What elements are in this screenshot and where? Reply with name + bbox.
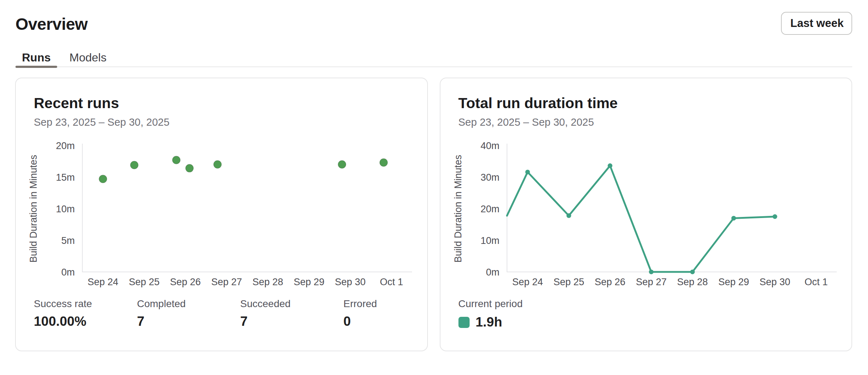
x-tick-label: Sep 27 (211, 277, 242, 287)
y-tick-label: 20m (480, 204, 499, 214)
x-tick-label: Sep 30 (759, 277, 790, 287)
tab-models-label: Models (69, 51, 106, 64)
tabs: Runs Models (15, 49, 852, 67)
line-data-point[interactable] (608, 163, 612, 168)
page-title: Overview (15, 14, 88, 34)
legend-value: 1.9h (476, 315, 502, 330)
total-run-duration-card: Total run duration time Sep 23, 2025 – S… (440, 78, 853, 351)
total-run-duration-date-range: Sep 23, 2025 – Sep 30, 2025 (458, 116, 594, 128)
y-tick-label: 10m (480, 235, 499, 246)
total-run-duration-title: Total run duration time (458, 95, 618, 112)
stat-label: Success rate (34, 298, 137, 310)
recent-runs-card: Recent runs Sep 23, 2025 – Sep 30, 2025 … (15, 78, 428, 351)
x-tick-label: Sep 28 (252, 277, 283, 287)
line-data-point[interactable] (731, 216, 736, 221)
y-tick-label: 10m (56, 204, 75, 214)
stat-value: 7 (240, 314, 343, 329)
run-data-point[interactable] (130, 161, 138, 169)
x-tick-label: Sep 29 (294, 277, 325, 287)
legend-label: Current period (458, 298, 523, 310)
line-data-point[interactable] (566, 213, 571, 218)
chevron-down-icon (844, 18, 844, 28)
stat-success-rate: Success rate 100.00% (34, 298, 137, 329)
line-data-point[interactable] (649, 270, 653, 274)
tab-models[interactable]: Models (63, 49, 113, 66)
stat-value: 7 (137, 314, 240, 329)
stat-completed: Completed 7 (137, 298, 240, 329)
run-data-point[interactable] (214, 161, 221, 168)
run-stats: Success rate 100.00% Completed 7 Succeed… (34, 298, 447, 329)
recent-runs-title: Recent runs (34, 95, 119, 112)
run-data-point[interactable] (338, 161, 346, 168)
stat-label: Completed (137, 298, 240, 310)
tab-runs[interactable]: Runs (15, 49, 57, 66)
tab-runs-label: Runs (22, 51, 51, 64)
x-tick-label: Sep 25 (129, 277, 160, 287)
chart-legend: Current period 1.9h (458, 298, 523, 330)
y-tick-label: 5m (61, 235, 75, 246)
x-tick-label: Sep 30 (335, 277, 366, 287)
y-axis-title: Build Duration in Minutes (453, 155, 463, 263)
stat-label: Succeeded (240, 298, 343, 310)
y-tick-label: 20m (56, 140, 75, 151)
y-tick-label: 0m (61, 267, 75, 278)
x-tick-label: Sep 24 (512, 277, 543, 287)
x-tick-label: Sep 26 (594, 277, 625, 287)
y-tick-label: 30m (480, 172, 499, 183)
x-tick-label: Sep 25 (553, 277, 584, 287)
run-data-point[interactable] (99, 175, 107, 183)
x-tick-label: Sep 27 (636, 277, 667, 287)
line-data-point[interactable] (690, 270, 695, 274)
current-period-swatch (458, 317, 470, 328)
x-tick-label: Sep 24 (88, 277, 119, 287)
line-data-point[interactable] (525, 170, 530, 174)
x-tick-label: Sep 29 (718, 277, 749, 287)
period-dropdown[interactable]: Last week (781, 12, 852, 35)
y-axis-title: Build Duration in Minutes (28, 155, 39, 263)
cards-row: Recent runs Sep 23, 2025 – Sep 30, 2025 … (15, 78, 852, 351)
stat-succeeded: Succeeded 7 (240, 298, 343, 329)
period-dropdown-value: Last week (790, 17, 844, 30)
x-tick-label: Oct 1 (380, 277, 403, 287)
x-tick-label: Sep 26 (170, 277, 201, 287)
run-data-point[interactable] (172, 156, 180, 164)
run-data-point[interactable] (186, 164, 193, 172)
line-data-point[interactable] (772, 214, 777, 219)
stat-value: 0 (343, 314, 447, 329)
stat-errored: Errored 0 (343, 298, 447, 329)
y-tick-label: 15m (56, 172, 75, 183)
recent-runs-date-range: Sep 23, 2025 – Sep 30, 2025 (34, 116, 169, 128)
run-data-point[interactable] (380, 159, 388, 167)
y-tick-label: 40m (480, 140, 499, 151)
stat-value: 100.00% (34, 314, 137, 329)
x-tick-label: Oct 1 (804, 277, 828, 287)
recent-runs-scatter-chart[interactable]: 0m5m10m15m20mSep 24Sep 25Sep 26Sep 27Sep… (16, 137, 427, 295)
total-run-duration-line-chart[interactable]: 0m10m20m30m40mSep 24Sep 25Sep 26Sep 27Se… (440, 137, 852, 295)
stat-label: Errored (343, 298, 447, 310)
x-tick-label: Sep 28 (677, 277, 708, 287)
y-tick-label: 0m (486, 267, 499, 278)
